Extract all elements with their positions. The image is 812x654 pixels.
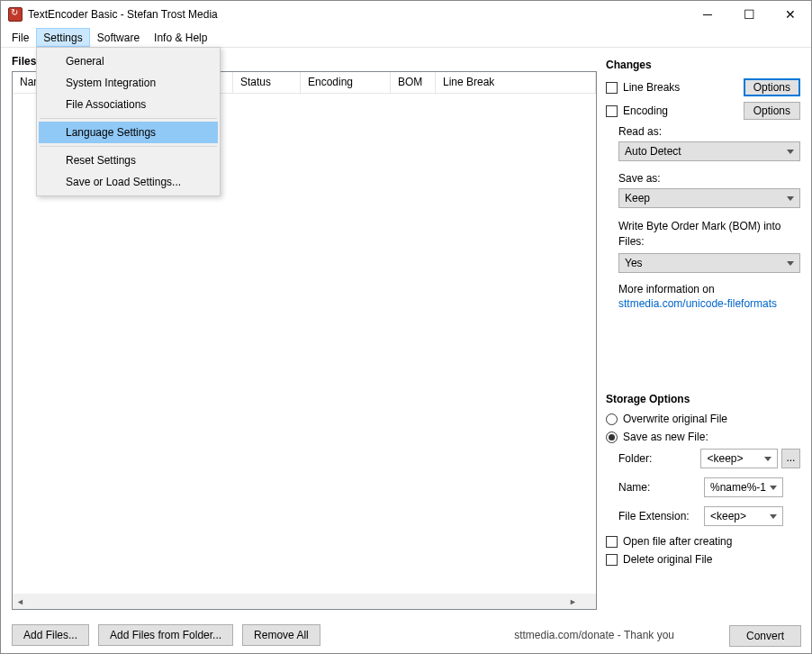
settings-dropdown: General System Integration File Associat… [36, 47, 221, 196]
menu-item-language-settings[interactable]: Language Settings [39, 122, 218, 143]
add-files-button[interactable]: Add Files... [12, 624, 89, 646]
row-delete-orig: Delete original File [606, 553, 800, 566]
row-ext: File Extension: <keep> [618, 506, 800, 526]
row-folder: Folder: <keep> ... [618, 449, 800, 468]
donate-text: sttmedia.com/donate - Thank you [514, 629, 674, 641]
bom-value: Yes [625, 257, 643, 269]
horizontal-scrollbar[interactable]: ◄ ► [13, 594, 581, 609]
menu-item-file-associations[interactable]: File Associations [39, 94, 218, 115]
folder-browse-button[interactable]: ... [781, 449, 800, 468]
more-info: More information on sttmedia.com/unicode… [618, 282, 800, 313]
save-as-label: Save as: [618, 172, 800, 185]
folder-select[interactable]: <keep> [700, 449, 777, 468]
folder-label: Folder: [618, 452, 700, 465]
col-status[interactable]: Status [233, 72, 301, 93]
menu-separator [40, 118, 217, 119]
menu-item-save-load-settings[interactable]: Save or Load Settings... [39, 171, 218, 193]
row-name: Name: %name%-1 [618, 477, 800, 497]
row-save-new: Save as new File: [606, 431, 800, 443]
ext-label: File Extension: [618, 510, 704, 522]
row-line-breaks: Line Breaks Options [606, 78, 800, 96]
bom-select[interactable]: Yes [618, 253, 800, 273]
right-pane: Changes Line Breaks Options Encoding Opt… [606, 48, 811, 617]
row-overwrite: Overwrite original File [606, 413, 800, 425]
scroll-left-icon[interactable]: ◄ [13, 594, 28, 609]
name-label: Name: [618, 481, 704, 494]
scroll-corner [581, 594, 596, 609]
minimize-button[interactable]: ─ [687, 1, 728, 28]
menu-item-system-integration[interactable]: System Integration [39, 72, 218, 94]
radio-overwrite[interactable] [606, 413, 618, 425]
menu-item-reset-settings[interactable]: Reset Settings [39, 150, 218, 171]
add-folder-button[interactable]: Add Files from Folder... [98, 624, 233, 646]
menu-settings[interactable]: Settings [36, 28, 89, 47]
scroll-right-icon[interactable]: ► [565, 594, 581, 609]
menu-software[interactable]: Software [90, 28, 147, 47]
checkbox-open-after[interactable] [606, 536, 618, 548]
save-new-options: Folder: <keep> ... Name: %name%-1 File E… [618, 449, 800, 526]
window-controls: ─ ☐ ✕ [687, 1, 811, 28]
label-save-new: Save as new File: [623, 431, 800, 443]
menu-info-help[interactable]: Info & Help [147, 28, 214, 47]
checkbox-delete-orig[interactable] [606, 554, 618, 566]
row-encoding: Encoding Options [606, 102, 800, 120]
checkbox-encoding[interactable] [606, 105, 618, 117]
changes-heading: Changes [606, 59, 800, 71]
label-delete-orig: Delete original File [623, 553, 800, 566]
options-line-breaks-button[interactable]: Options [744, 78, 800, 96]
read-as-value: Auto Detect [625, 145, 681, 158]
maximize-button[interactable]: ☐ [728, 1, 770, 28]
menu-item-general[interactable]: General [39, 50, 218, 72]
storage-heading: Storage Options [606, 393, 800, 405]
convert-button[interactable]: Convert [729, 625, 801, 647]
close-button[interactable]: ✕ [770, 1, 811, 28]
save-as-value: Keep [625, 192, 650, 204]
menu-file[interactable]: File [5, 28, 36, 47]
checkbox-line-breaks[interactable] [606, 82, 618, 94]
menubar: File Settings Software Info & Help [1, 28, 811, 48]
col-encoding[interactable]: Encoding [301, 72, 391, 93]
folder-value: <keep> [707, 452, 743, 465]
name-value: %name%-1 [710, 481, 766, 494]
ext-value: <keep> [710, 510, 746, 522]
ext-select[interactable]: <keep> [704, 506, 783, 526]
options-encoding-button[interactable]: Options [744, 102, 800, 120]
label-open-after: Open file after creating [623, 535, 800, 548]
app-icon [8, 7, 23, 22]
col-linebreak[interactable]: Line Break [436, 72, 596, 93]
more-info-link[interactable]: sttmedia.com/unicode-fileformats [618, 297, 777, 310]
titlebar: TextEncoder Basic - Stefan Trost Media ─… [1, 1, 811, 28]
remove-all-button[interactable]: Remove All [242, 624, 320, 646]
row-open-after: Open file after creating [606, 535, 800, 548]
radio-save-new[interactable] [606, 431, 618, 443]
bom-label: Write Byte Order Mark (BOM) into Files: [618, 219, 800, 250]
encoding-options: Read as: Auto Detect Save as: Keep Write… [618, 125, 800, 312]
save-as-select[interactable]: Keep [618, 188, 800, 208]
col-bom[interactable]: BOM [391, 72, 436, 93]
scroll-track[interactable] [28, 594, 565, 609]
bottom-bar: Add Files... Add Files from Folder... Re… [1, 617, 811, 653]
label-overwrite: Overwrite original File [623, 413, 800, 425]
label-encoding: Encoding [623, 104, 738, 117]
more-info-text: More information on [618, 283, 715, 295]
menu-separator [40, 146, 217, 147]
read-as-label: Read as: [618, 125, 800, 138]
label-line-breaks: Line Breaks [623, 81, 738, 94]
window-title: TextEncoder Basic - Stefan Trost Media [28, 8, 687, 21]
read-as-select[interactable]: Auto Detect [618, 141, 800, 161]
name-select[interactable]: %name%-1 [704, 477, 783, 497]
